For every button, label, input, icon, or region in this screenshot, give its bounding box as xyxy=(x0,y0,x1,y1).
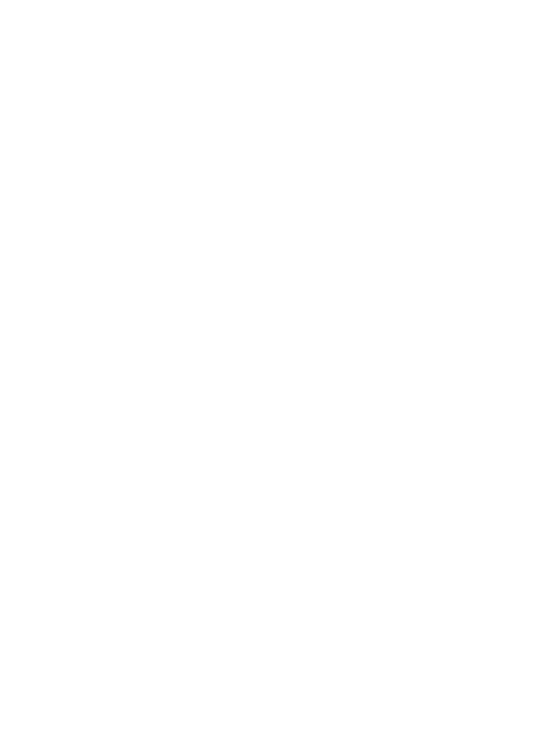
page xyxy=(0,0,560,732)
